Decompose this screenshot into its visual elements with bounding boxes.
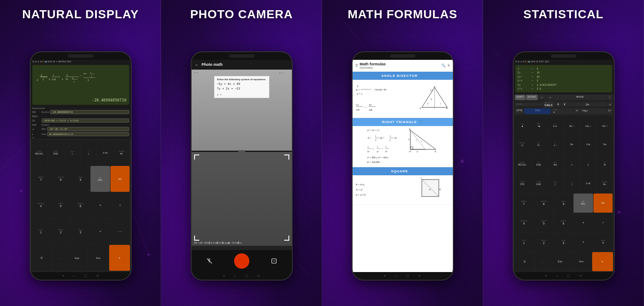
stat-sigma-icon[interactable]: Σ [525, 60, 527, 63]
nav-home-icon[interactable]: ← [72, 274, 76, 278]
key-plus[interactable]: + [90, 219, 110, 244]
stat-plus-icon[interactable]: ⊕ [518, 60, 520, 63]
stat-key-s2d[interactable]: S⇒D [580, 174, 596, 193]
stat-key-0[interactable]: 0 [514, 252, 535, 271]
nav-back-4[interactable]: ← [555, 274, 559, 278]
key-recall[interactable]: CONST RECALL [31, 140, 48, 166]
stat-key-2[interactable]: PASTE 2 [534, 233, 554, 252]
nav-dot-3[interactable]: • [384, 274, 386, 278]
key-0[interactable]: 0 [31, 245, 52, 271]
stat-key-7[interactable]: MATRIX 7 [514, 194, 534, 213]
mode-btn[interactable]: MODE [554, 95, 606, 100]
key-close-paren[interactable]: ∞ ) [81, 140, 97, 166]
nav-recent-icon[interactable]: ⊣ [95, 274, 99, 278]
stat-key-9[interactable]: HELP 9 [554, 194, 573, 213]
stat-key-1[interactable]: COPY 1 [514, 233, 534, 252]
key-mult[interactable]: × [90, 192, 110, 218]
shift-btn[interactable]: SHIFT [515, 95, 525, 100]
stat-key-del[interactable]: nPr DEL [573, 194, 593, 213]
stat-camera-icon[interactable]: 📷 [528, 60, 530, 63]
stat-key-neg[interactable]: RECALL (-) [514, 135, 531, 154]
nav-square-icon[interactable]: □ [85, 274, 87, 278]
stat-key-mplus[interactable]: CLR ALL M+ [597, 174, 613, 193]
key-dot[interactable]: . [52, 245, 66, 271]
right-arrow-btn[interactable]: → [546, 95, 554, 100]
back-icon[interactable]: ← [195, 62, 199, 67]
nav-home-2[interactable]: □ [246, 274, 248, 278]
key-6[interactable]: BASE-N 6 [71, 192, 90, 218]
stat-menu-icon[interactable]: ☰ [515, 60, 517, 63]
stat-key-5[interactable]: CMPLX 5 [534, 213, 554, 232]
key-1[interactable]: COPY 1 [31, 219, 51, 244]
more-btn[interactable]: ⋮ [607, 95, 613, 100]
stat-key-plus[interactable]: + [573, 233, 593, 252]
nav-back-icon[interactable]: • [62, 274, 64, 278]
stat-key-6[interactable]: BASE-N 6 [554, 213, 573, 232]
left-arrow-btn[interactable]: ← [538, 95, 546, 100]
search-icon[interactable]: 🔍 [441, 64, 446, 67]
key-div[interactable]: ÷ [110, 192, 130, 218]
key-5[interactable]: CMPLX 5 [51, 192, 71, 218]
stat-key-equals[interactable]: = [592, 252, 613, 271]
stat-key-mult[interactable]: × [573, 213, 593, 232]
stat-key-cparen[interactable]: ∞ ) [564, 174, 580, 193]
menu-icon[interactable]: ☰ [32, 60, 34, 63]
key-s2d[interactable]: S⇒D [97, 140, 113, 166]
stat-key-4[interactable]: STAT/DIST 4 [514, 213, 534, 232]
stat-key-sto[interactable]: CONST STO [514, 174, 531, 193]
key-exp[interactable]: Exp [67, 245, 88, 271]
sigma-icon[interactable]: Σ [42, 60, 44, 63]
nav-recent-4[interactable]: ⊣ [578, 274, 582, 278]
key-del[interactable]: nPr DEL [90, 166, 110, 192]
nav-home-3[interactable]: □ [407, 274, 409, 278]
stat-key-COS[interactable]: Cos [580, 135, 596, 154]
formula-scroll[interactable]: ANGLE BISECTOR ♡ 2 g = ───── a + c [353, 72, 453, 272]
stat-key-log[interactable]: Log ■ [514, 115, 531, 135]
integral-btn[interactable]: ∫dx [568, 102, 607, 107]
key-equals[interactable]: = [109, 245, 130, 271]
scan-frame-icon[interactable]: 4 [270, 257, 278, 265]
stat-key-ans[interactable]: Ans [571, 252, 592, 271]
stat-calc-btn[interactable]: mod +R CALC [542, 101, 555, 107]
nav-recent-2[interactable]: ⊣ [256, 274, 260, 278]
stat-key-dot[interactable]: . [535, 252, 549, 271]
nav-home-4[interactable]: □ [568, 274, 570, 278]
key-prerans[interactable]: PreAns [110, 219, 130, 244]
stat-key-sqrt[interactable]: FACT √■ [531, 115, 547, 135]
key-open-paren[interactable]: Limit ( [64, 140, 80, 166]
stat-gear-icon[interactable]: ⚙ [523, 60, 525, 63]
favorite-square-icon[interactable]: ♡ [410, 169, 414, 174]
key-eng[interactable]: CONV ENG [48, 140, 64, 166]
favorite-angle-icon[interactable]: ♡ [419, 73, 424, 78]
gear-icon[interactable]: ⚙ [40, 60, 42, 63]
stat-key-M[interactable]: M M [597, 154, 613, 174]
ln-btn[interactable]: Ln [607, 108, 613, 114]
stat-key-exp[interactable]: Exp [550, 252, 571, 271]
stat-key-ac[interactable]: AC [593, 194, 613, 213]
key-2[interactable]: PASTE 2 [51, 219, 71, 244]
stat-key-3[interactable]: Ran# 3 [554, 233, 573, 252]
nav-back-2[interactable]: ← [233, 274, 237, 278]
stat-key-inv[interactable]: ∠ x⁻¹ [547, 135, 563, 154]
stat-key-SIN[interactable]: Sin [564, 135, 580, 154]
stat-key-abs[interactable]: Abs Abs [547, 154, 563, 174]
stat-key-div[interactable]: ÷ [593, 213, 613, 232]
stat-key-oparen[interactable]: Limit ( [547, 174, 563, 193]
stat-key-cos[interactable]: d Cos⁻¹ [580, 115, 596, 135]
nav-back-3[interactable]: ← [394, 274, 398, 278]
camera-viewfinder[interactable]: z = y = Solve the following system of eq… [192, 70, 292, 250]
key-4[interactable]: STAT/DIST 4 [31, 192, 51, 218]
key-9[interactable]: HELP 9 [71, 166, 90, 192]
optn-btn[interactable]: OPTN [515, 108, 524, 114]
down-arrow-btn[interactable]: ∨ [562, 101, 568, 107]
stat-key-8[interactable]: VECTOR 8 [534, 194, 554, 213]
key-8[interactable]: VECTOR 8 [51, 166, 71, 192]
stat-key-eng2[interactable]: ∠ f ENG [531, 154, 547, 174]
nav-dot-2[interactable]: • [223, 274, 225, 278]
x-btn[interactable]: x [608, 102, 613, 107]
key-ans[interactable]: Ans [88, 245, 109, 271]
up-arrow-btn[interactable]: ∧ [555, 101, 561, 107]
stat-solve-btn[interactable]: SOLVE ▾ [515, 103, 542, 106]
key-3[interactable]: Ran# 3 [71, 219, 90, 244]
stat-key-TAN[interactable]: Tan [597, 135, 613, 154]
